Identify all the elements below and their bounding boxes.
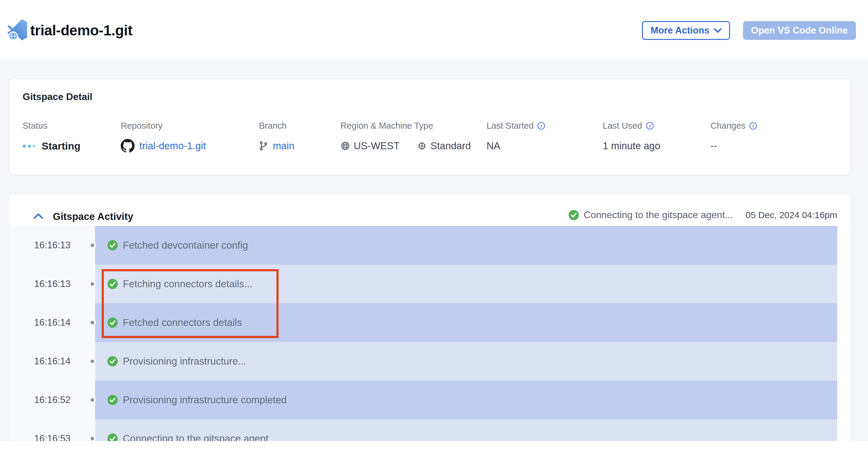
machine-type-value: Standard	[430, 140, 471, 152]
log-row: 16:16:13 Fetched devcontainer config	[95, 226, 837, 265]
repository-label: Repository	[121, 121, 206, 131]
check-circle-icon	[107, 433, 118, 441]
chevron-down-icon	[714, 28, 722, 33]
timeline-dot-icon	[89, 242, 96, 249]
detail-card-title: Gitspace Detail	[23, 91, 92, 103]
activity-status-text: Connecting to the gitspace agent...	[584, 209, 733, 221]
last-started-label: Last Started	[487, 121, 534, 131]
log-row: 16:16:52 Provisioning infrastructure com…	[95, 381, 837, 419]
timeline-dot-icon	[89, 397, 96, 403]
header-actions: More Actions Open VS Code Online	[642, 21, 856, 40]
svg-text:i: i	[649, 123, 651, 128]
status-value: Starting	[42, 140, 80, 152]
timeline-dot-icon	[89, 435, 96, 441]
branch-label: Branch	[259, 121, 294, 131]
log-row-message: Fetched connectors details	[123, 317, 242, 328]
log-row-time: 16:16:14	[10, 317, 95, 328]
log-row-time: 16:16:53	[10, 433, 95, 441]
log-row: 16:16:14 Fetched connectors details	[95, 303, 837, 342]
last-used-value: 1 minute ago	[603, 140, 660, 152]
log-row: 16:16:14 Provisioning infrastructure...	[95, 342, 837, 381]
check-circle-icon	[107, 395, 118, 405]
activity-latest-status: Connecting to the gitspace agent... 05 D…	[568, 209, 837, 221]
status-loading-dots-icon	[23, 144, 35, 148]
log-row-message: Provisioning infrastructure...	[123, 355, 246, 367]
check-circle-icon	[107, 317, 118, 328]
log-row-message: Provisioning infrastructure completed	[123, 394, 287, 406]
vscode-gitspace-logo-icon	[7, 19, 28, 42]
last-used-label: Last Used	[603, 121, 642, 131]
region-value: US-WEST	[354, 140, 400, 152]
git-branch-icon	[259, 141, 268, 151]
timeline-dot-icon	[89, 281, 96, 287]
field-last-started: Last Started i NA	[487, 121, 546, 154]
page-header: trial-demo-1.git More Actions Open VS Co…	[0, 0, 868, 60]
log-row-message: Fetched devcontainer config	[123, 239, 248, 251]
log-row: 16:16:53 Connecting to the gitspace agen…	[95, 419, 837, 441]
svg-text:i: i	[541, 123, 542, 128]
status-label: Status	[23, 121, 80, 131]
globe-icon	[340, 141, 350, 151]
field-repository: Repository trial-demo-1.git	[121, 121, 206, 154]
info-icon[interactable]: i	[646, 122, 654, 130]
log-row-time: 16:16:52	[10, 395, 95, 405]
timeline-dot-icon	[89, 319, 96, 326]
info-icon[interactable]: i	[537, 122, 546, 130]
field-branch: Branch main	[259, 121, 294, 154]
field-status: Status Starting	[23, 121, 80, 154]
log-row-message: Fetching connectors details...	[123, 278, 252, 290]
field-last-used: Last Used i 1 minute ago	[603, 121, 660, 154]
github-icon	[121, 139, 134, 153]
more-actions-button[interactable]: More Actions	[642, 21, 730, 40]
repository-link[interactable]: trial-demo-1.git	[140, 140, 206, 152]
log-rows: 16:16:13 Fetched devcontainer config 16:…	[95, 226, 837, 441]
more-actions-label: More Actions	[650, 25, 709, 36]
svg-text:i: i	[752, 123, 754, 128]
check-circle-icon	[107, 279, 118, 289]
activity-timestamp: 05 Dec, 2024 04:16pm	[745, 210, 837, 220]
timeline-dot-icon	[89, 358, 96, 365]
log-row: 16:16:13 Fetching connectors details...	[95, 265, 837, 303]
machine-type-icon	[417, 141, 427, 151]
check-circle-icon	[107, 240, 118, 251]
log-row-time: 16:16:13	[10, 240, 95, 251]
last-started-value: NA	[487, 140, 500, 152]
activity-log: 16:16:13 Fetched devcontainer config 16:…	[10, 226, 850, 441]
branch-link[interactable]: main	[273, 140, 294, 152]
activity-header: Gitspace Activity Connecting to the gits…	[10, 194, 850, 226]
info-icon[interactable]: i	[749, 122, 757, 130]
changes-label: Changes	[710, 121, 745, 131]
check-circle-icon	[107, 356, 118, 367]
open-vscode-online-button[interactable]: Open VS Code Online	[743, 21, 856, 40]
collapse-chevron-up-icon[interactable]	[33, 210, 45, 222]
gitspace-activity-card: Gitspace Activity Connecting to the gits…	[10, 194, 850, 441]
field-changes: Changes i --	[710, 121, 757, 154]
region-machine-label: Region & Machine Type	[340, 121, 471, 131]
activity-title: Gitspace Activity	[53, 211, 133, 222]
log-row-message: Connecting to the gitspace agent	[123, 433, 269, 441]
changes-value: --	[710, 140, 717, 152]
log-row-time: 16:16:13	[10, 279, 95, 289]
page-title: trial-demo-1.git	[30, 22, 132, 39]
log-time-column	[10, 226, 95, 441]
gitspace-detail-card: Gitspace Detail Status Starting Reposito…	[10, 79, 850, 175]
field-region-machine: Region & Machine Type US-WEST	[340, 121, 471, 154]
log-row-time: 16:16:14	[10, 356, 95, 367]
check-circle-icon	[568, 210, 579, 221]
